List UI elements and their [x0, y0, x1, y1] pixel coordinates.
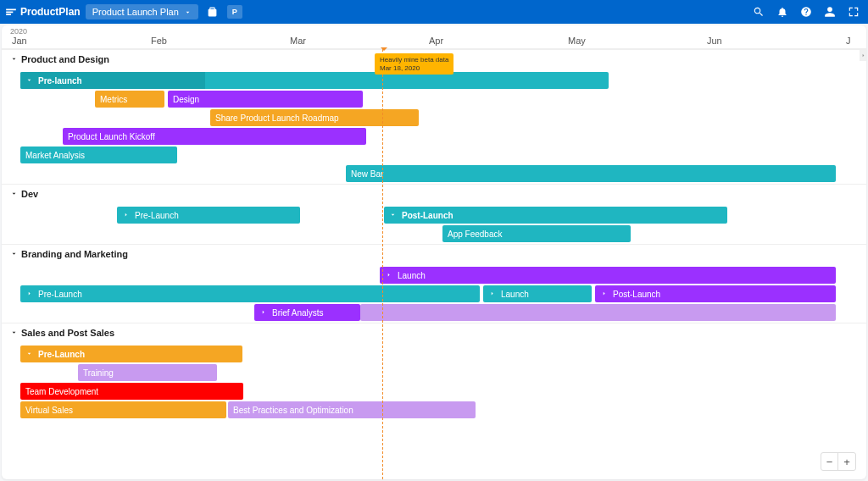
main-area: 2020 JanFebMarAprMayJunJ Heavily mine be… [0, 24, 868, 481]
roadmap-bar[interactable]: Launch [483, 285, 592, 302]
lane: Sales and Post SalesPre-LaunchTrainingTe… [2, 323, 866, 420]
roadmap-bar[interactable]: Best Practices and Optimization [228, 401, 476, 418]
roadmap-bar[interactable]: Pre-Launch [117, 207, 300, 224]
roadmap-bar[interactable]: Virtual Sales [20, 401, 226, 418]
roadmap-bar[interactable]: Metrics [95, 91, 164, 108]
roadmap-bar[interactable]: Pre-Launch [20, 285, 480, 302]
chevron-right-icon [488, 290, 496, 299]
user-icon [824, 6, 836, 18]
bar-label: Best Practices and Optimization [233, 406, 353, 415]
roadmap-bar[interactable]: Pre-Launch [20, 346, 242, 362]
roadmap-bar[interactable]: Training [78, 364, 217, 381]
roadmap-bar[interactable] [360, 304, 836, 321]
plan-dropdown[interactable]: Product Launch Plan [86, 4, 198, 19]
note-date: Mar 18, 2020 [380, 64, 448, 73]
bar-label: Virtual Sales [25, 406, 73, 415]
bar-label: Product Launch Kickoff [68, 132, 155, 141]
month-label: Apr [429, 36, 443, 46]
parking-button[interactable]: P [227, 5, 242, 19]
bar-label: New Bar [351, 169, 383, 179]
lane: DevPre-LaunchPost-LaunchApp Feedback [2, 184, 866, 244]
bell-icon [776, 6, 788, 18]
roadmap-bar[interactable]: Post-Launch [595, 285, 836, 302]
roadmap-bar[interactable]: Post-Launch [384, 207, 727, 224]
timeline-year: 2020 [10, 27, 27, 36]
app-header: ProductPlan Product Launch Plan P [0, 0, 868, 24]
lanes-container: Product and DesignPre-launchMetricsDesig… [2, 49, 866, 420]
lane-bars: Pre-LaunchTrainingTeam DevelopmentVirtua… [2, 344, 866, 420]
chevron-down-icon [10, 189, 18, 199]
chevron-right-icon [122, 211, 130, 220]
bar-label: Post-Launch [613, 290, 660, 299]
month-label: Feb [151, 36, 167, 46]
roadmap-bar[interactable]: Design [168, 91, 363, 108]
lane-title: Branding and Marketing [21, 249, 128, 259]
notifications-button[interactable] [773, 3, 792, 21]
month-label: Jan [12, 36, 27, 46]
roadmap-bar[interactable]: Launch [380, 267, 836, 284]
chevron-down-icon [389, 211, 397, 220]
bar-label: Market Analysis [25, 151, 85, 160]
app-logo: ProductPlan [5, 6, 81, 18]
roadmap-bar[interactable]: New Bar [346, 165, 836, 182]
app-name: ProductPlan [20, 6, 81, 18]
roadmap-bar[interactable]: Product Launch Kickoff [63, 128, 366, 145]
month-label: May [568, 36, 586, 46]
bar-label: Share Product Launch Roadmap [215, 113, 339, 123]
lane-header[interactable]: Branding and Marketing [2, 245, 866, 263]
bar-label: Team Development [25, 387, 98, 396]
bar-label: Pre-Launch [38, 350, 85, 359]
search-button[interactable] [749, 3, 768, 21]
roadmap-bar[interactable]: Pre-launch [20, 72, 609, 89]
roadmap-bar[interactable]: App Feedback [442, 225, 631, 242]
chevron-down-icon [10, 328, 18, 338]
clipboard-icon [207, 7, 218, 18]
roadmap-bar[interactable]: Market Analysis [20, 147, 177, 163]
roadmap-bar[interactable]: Team Development [20, 383, 243, 400]
chevron-down-icon [25, 350, 33, 359]
chevron-down-icon [10, 249, 18, 259]
fullscreen-button[interactable] [844, 3, 863, 21]
bar-label: Metrics [100, 95, 127, 104]
bar-label: Launch [398, 271, 426, 280]
bar-label: Pre-Launch [38, 290, 82, 299]
zoom-controls: − + [821, 452, 856, 471]
bar-label: Pre-Launch [135, 211, 179, 220]
bar-label: Brief Analysts [272, 308, 324, 318]
fullscreen-icon [848, 6, 860, 18]
roadmap-card: 2020 JanFebMarAprMayJunJ Heavily mine be… [2, 25, 866, 479]
lane-bars: LaunchPre-LaunchLaunchPost-LaunchBrief A… [2, 265, 866, 323]
lane-title: Sales and Post Sales [21, 328, 114, 338]
month-label: Jun [707, 36, 722, 46]
timeline-header: 2020 JanFebMarAprMayJunJ [2, 25, 866, 49]
chevron-down-icon [10, 54, 18, 64]
lane-title: Dev [21, 189, 38, 199]
search-icon [753, 6, 765, 18]
logo-icon [5, 6, 17, 18]
chevron-right-icon [600, 290, 608, 299]
clipboard-button[interactable] [203, 3, 222, 21]
lane-header[interactable]: Sales and Post Sales [2, 323, 866, 342]
bar-label: Pre-launch [38, 76, 82, 86]
lane-bars: Pre-LaunchPost-LaunchApp Feedback [2, 205, 866, 244]
caret-down-icon [184, 8, 192, 16]
roadmap-bar[interactable]: Brief Analysts [254, 304, 360, 321]
zoom-out-button[interactable]: − [821, 453, 838, 470]
help-button[interactable] [797, 3, 815, 21]
chevron-right-icon [259, 308, 267, 318]
bar-label: Training [83, 368, 114, 378]
chevron-down-icon [25, 76, 33, 86]
chevron-right-icon [25, 290, 33, 299]
bar-label: Launch [501, 290, 529, 299]
month-label: J [846, 36, 851, 46]
roadmap-bar[interactable]: Share Product Launch Roadmap [210, 109, 419, 126]
help-icon [800, 6, 812, 18]
milestone-note[interactable]: Heavily mine beta data Mar 18, 2020 [375, 53, 453, 75]
account-button[interactable] [821, 3, 839, 21]
plan-name: Product Launch Plan [92, 7, 179, 17]
lane-bars: Pre-launchMetricsDesignShare Product Lau… [2, 70, 866, 184]
month-label: Mar [290, 36, 306, 46]
bar-label: Post-Launch [402, 211, 453, 220]
lane-header[interactable]: Dev [2, 185, 866, 203]
zoom-in-button[interactable]: + [838, 453, 855, 470]
